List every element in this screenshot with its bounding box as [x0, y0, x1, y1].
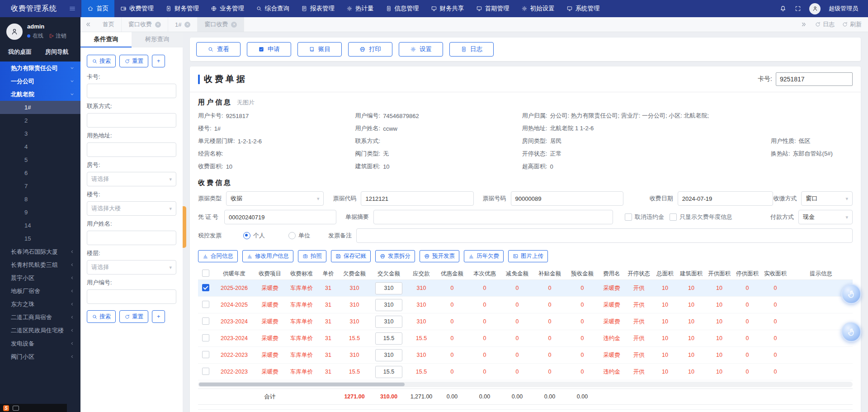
cancel-penalty-checkbox-line[interactable]: 取消违约金: [625, 213, 664, 221]
sidebar-tab-0[interactable]: 我的桌面: [8, 48, 32, 56]
personal-radio[interactable]: [243, 232, 250, 239]
reset-button[interactable]: 重置: [119, 55, 148, 67]
row-checkbox[interactable]: [202, 317, 209, 325]
tool-button-4[interactable]: 发票拆分: [375, 250, 415, 262]
search-button[interactable]: 搜索: [87, 55, 116, 67]
scroll-tabs-right-button[interactable]: [800, 21, 807, 28]
tool-button-3[interactable]: 保存记账: [331, 250, 371, 262]
tree-node-2[interactable]: 北航老院: [0, 88, 80, 101]
nav-item-heat[interactable]: 热计量: [340, 0, 380, 17]
keyboard-icon[interactable]: [13, 406, 19, 411]
tool-button-7[interactable]: 图片上传: [508, 250, 548, 262]
query-field-select[interactable]: 请选择大楼▾: [87, 201, 176, 216]
tree-node-7[interactable]: 5: [0, 153, 80, 166]
pay-amount-input[interactable]: 15.5: [375, 366, 402, 378]
pay-amount-input[interactable]: 310: [375, 282, 402, 294]
query-field-input[interactable]: [87, 231, 176, 245]
row-checkbox[interactable]: [202, 351, 209, 358]
company-radio-line[interactable]: 单位: [288, 232, 310, 240]
tree-node-11[interactable]: 9: [0, 206, 80, 219]
add-condition-button[interactable]: +: [152, 310, 165, 323]
table-row-3[interactable]: 2023-2024采暖费车库单价3115.515.515.500000违约金开供…: [198, 330, 853, 347]
query-field-select[interactable]: 请选择▾: [87, 172, 176, 186]
table-row-4[interactable]: 2022-2023采暖费车库单价3131031031000000采暖费开供101…: [198, 347, 853, 364]
tree-node-21[interactable]: 发电设备: [0, 337, 80, 350]
tree-node-18[interactable]: 东方之珠: [0, 298, 80, 311]
hamburger-icon[interactable]: [69, 5, 76, 12]
row-checkbox[interactable]: [202, 334, 209, 341]
tree-node-12[interactable]: 14: [0, 219, 80, 232]
company-radio[interactable]: [288, 232, 296, 239]
scroll-tabs-left-button[interactable]: [80, 21, 96, 28]
tree-node-8[interactable]: 6: [0, 166, 80, 180]
tree-node-5[interactable]: 3: [0, 127, 80, 140]
floating-hand-button-1[interactable]: [841, 284, 861, 304]
query-field-input[interactable]: [87, 84, 176, 98]
tool-button-6[interactable]: 历年欠费: [464, 250, 504, 262]
pay-amount-input[interactable]: 310: [375, 299, 402, 311]
query-field-input[interactable]: [87, 113, 176, 128]
tree-node-16[interactable]: 晨宇小区: [0, 271, 80, 284]
pay-amount-input[interactable]: 15.5: [375, 332, 402, 345]
invoice-note-input[interactable]: [356, 228, 853, 243]
row-checkbox[interactable]: [202, 284, 209, 291]
nav-item-finance[interactable]: 财务管理: [160, 0, 205, 17]
cancel-penalty-checkbox[interactable]: [625, 213, 632, 221]
close-tab-icon[interactable]: ×: [231, 22, 237, 28]
only-owe-checkbox[interactable]: [670, 213, 677, 221]
query-field-select[interactable]: 请选择▾: [87, 260, 176, 275]
panel-collapse-handle[interactable]: [183, 206, 186, 248]
nav-item-report[interactable]: 报表管理: [295, 0, 340, 17]
page-tab-2[interactable]: 1#×: [168, 17, 198, 32]
page-tab-0[interactable]: 首页: [96, 17, 122, 32]
page-tab-3[interactable]: 窗口收费×: [198, 17, 244, 32]
pay-amount-input[interactable]: 310: [375, 349, 402, 361]
nav-item-home[interactable]: 首页: [81, 0, 114, 17]
action-button-3[interactable]: 打印: [348, 42, 392, 57]
nav-item-share[interactable]: 财务共享: [425, 0, 470, 17]
action-button-5[interactable]: 日志: [449, 42, 494, 57]
refresh-button[interactable]: 刷新: [842, 20, 862, 28]
nav-item-system[interactable]: 系统管理: [561, 0, 606, 17]
tree-node-15[interactable]: 长青村民航委三组: [0, 258, 80, 271]
tree-node-19[interactable]: 二道工商局宿舍: [0, 311, 80, 324]
collect-way-select[interactable]: 窗口▾: [801, 191, 853, 206]
nav-item-first[interactable]: 首期管理: [470, 0, 515, 17]
personal-radio-line[interactable]: 个人: [243, 232, 265, 240]
query-tab-0[interactable]: 条件查询: [80, 32, 132, 47]
sidebar-tab-1[interactable]: 房间导航: [45, 48, 69, 56]
action-button-1[interactable]: 申请: [247, 42, 291, 57]
table-row-0[interactable]: 2025-2026采暖费车库单价3131031031000000采暖费开供101…: [198, 280, 853, 297]
action-button-2[interactable]: 账目: [297, 42, 342, 57]
page-tab-1[interactable]: 窗口收费×: [122, 17, 168, 32]
pay-amount-input[interactable]: 310: [375, 316, 402, 328]
action-button-0[interactable]: 查看: [196, 42, 241, 57]
nav-item-query[interactable]: 综合查询: [250, 0, 295, 17]
ime-toolbar[interactable]: S: [0, 404, 67, 412]
card-no-input[interactable]: 9251817: [776, 72, 853, 86]
tree-node-1[interactable]: 一分公司: [0, 75, 80, 88]
bell-icon[interactable]: [779, 5, 787, 12]
query-field-input[interactable]: [87, 289, 176, 304]
close-tab-icon[interactable]: ×: [184, 22, 190, 28]
only-owe-checkbox-line[interactable]: 只显示欠费年度信息: [670, 213, 732, 221]
tree-node-13[interactable]: 15: [0, 232, 80, 245]
nav-item-business[interactable]: 业务管理: [205, 0, 250, 17]
table-row-1[interactable]: 2024-2025采暖费车库单价3131031031000000采暖费开供101…: [198, 297, 853, 313]
floating-hand-button-2[interactable]: [841, 322, 861, 342]
fee-date-input[interactable]: 2024-07-19: [678, 191, 774, 206]
tree-node-22[interactable]: 阀门小区: [0, 350, 80, 363]
user-role-label[interactable]: 超级管理员: [829, 5, 858, 13]
table-row-2[interactable]: 2023-2024采暖费车库单价3131031031000000采暖费开供101…: [198, 313, 853, 330]
search-button[interactable]: 搜索: [87, 310, 116, 323]
tool-button-1[interactable]: 修改用户信息: [242, 250, 293, 262]
voucher-input[interactable]: 00020240719: [224, 210, 336, 224]
summary-input[interactable]: [373, 210, 613, 224]
tree-node-14[interactable]: 长春鸿石国际大厦: [0, 245, 80, 258]
tree-node-3[interactable]: 1#: [0, 101, 80, 114]
bill-type-select[interactable]: 收据▾: [226, 191, 324, 206]
tree-node-20[interactable]: 二道区民政局住宅楼: [0, 324, 80, 337]
row-checkbox[interactable]: [202, 301, 209, 308]
tree-node-4[interactable]: 2: [0, 114, 80, 127]
avatar[interactable]: [809, 3, 821, 14]
